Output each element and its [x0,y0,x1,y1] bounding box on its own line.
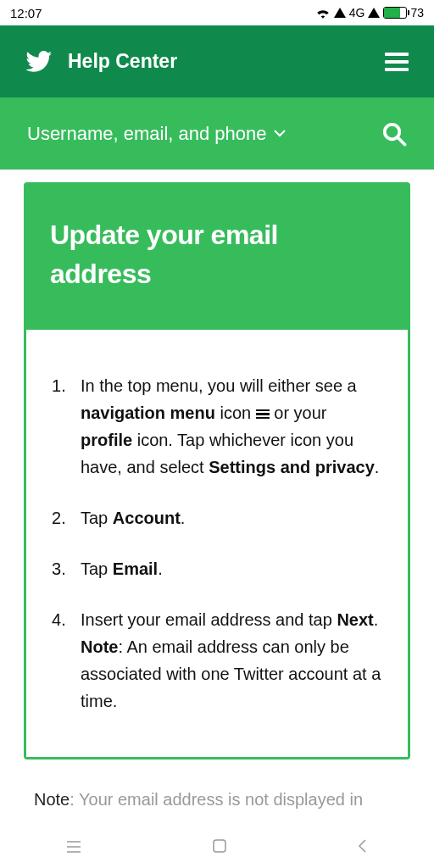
status-bar: 12:07 4G 73 [0,0,434,25]
step-item: In the top menu, you will either see a n… [52,372,382,481]
menu-icon[interactable] [385,53,409,71]
step-bold: Account [113,509,181,527]
back-button[interactable] [357,837,369,859]
step-bold: Email [113,559,158,578]
step-item: Insert your email address and tap Next. … [52,606,382,715]
signal-icon-2 [368,8,380,18]
step-bold: Note [81,637,118,656]
steps-list: In the top menu, you will either see a n… [52,372,382,715]
footnote-text: : Your email address is not displayed in [70,790,363,809]
step-bold: navigation menu [81,403,215,422]
step-bold: Settings and privacy [209,458,375,476]
step-text: . [181,509,186,527]
step-text: Tap [81,509,113,527]
step-text: . [375,458,380,476]
article-title: Update your email address [50,215,384,294]
status-right: 4G 73 [315,6,424,19]
footnote-label: Note [34,790,70,809]
top-header: Help Center [0,25,434,97]
brand[interactable]: Help Center [25,50,177,73]
category-label: Username, email, and phone [27,123,267,145]
step-text: . [158,559,163,578]
twitter-icon [25,51,53,73]
step-bold: Next [337,610,373,629]
chevron-down-icon [274,130,286,137]
step-text: : An email address can only be associate… [81,637,381,710]
battery-level: 73 [410,6,424,19]
step-text: In the top menu, you will either see a [81,376,357,395]
svg-rect-5 [214,840,225,852]
system-nav-bar [0,827,434,868]
search-icon[interactable] [381,121,407,147]
category-dropdown[interactable]: Username, email, and phone [27,123,286,145]
step-item: Tap Email. [52,555,382,582]
step-text: Tap [81,559,113,578]
home-button[interactable] [212,837,227,859]
svg-line-1 [398,136,405,144]
card-header: Update your email address [26,185,408,330]
article-card: Update your email address In the top men… [24,182,410,760]
hamburger-inline-icon [256,408,270,421]
step-text: Insert your email address and tap [81,610,337,629]
step-text: or your [270,403,327,422]
wifi-icon [315,7,331,19]
page-title: Help Center [68,50,177,73]
recent-apps-button[interactable] [65,837,82,859]
status-time: 12:07 [10,6,42,20]
card-body: In the top menu, you will either see a n… [26,330,408,757]
sub-header: Username, email, and phone [0,97,434,170]
battery-icon [383,7,407,19]
footnote: Note: Your email address is not displaye… [24,760,410,810]
content-area: Update your email address In the top men… [0,170,434,810]
step-item: Tap Account. [52,504,382,531]
step-bold: profile [81,431,132,449]
network-label: 4G [349,6,365,19]
step-text: icon [215,403,256,422]
step-text: . [374,610,379,629]
signal-icon [334,8,346,18]
